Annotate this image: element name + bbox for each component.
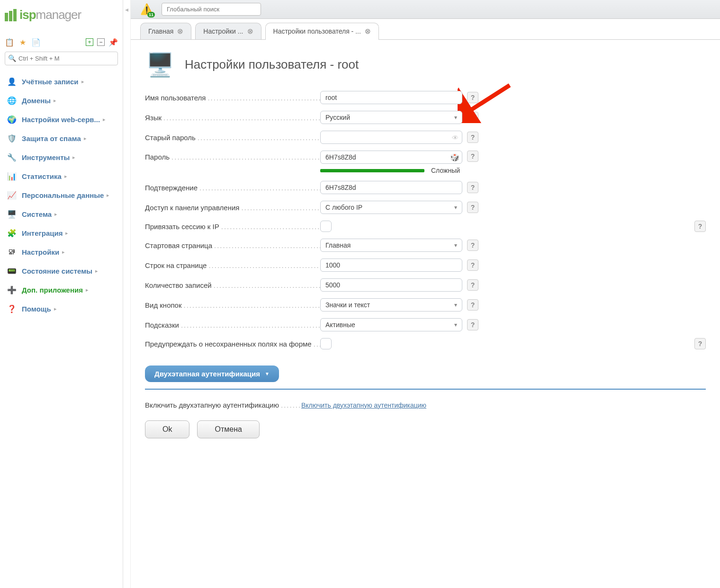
pin-icon[interactable]: 📌 bbox=[108, 37, 118, 47]
label-warn-unsaved: Предупреждать о несохраненных полях на ф… bbox=[145, 340, 320, 348]
input-confirm[interactable] bbox=[320, 181, 462, 194]
sidebar-search: 🔍 bbox=[5, 52, 118, 65]
alert-badge: 11 bbox=[147, 12, 155, 18]
help-button[interactable]: ? bbox=[467, 202, 478, 213]
content: 🖥️ Настройки пользователя - root Имя пол… bbox=[131, 40, 720, 588]
input-username[interactable] bbox=[320, 91, 462, 104]
label-enable-2fa: Включить двухэтапную аутентификацию bbox=[145, 401, 301, 409]
chevron-right-icon: ▸ bbox=[62, 249, 65, 255]
nav-label: Состояние системы bbox=[22, 267, 92, 275]
sidebar-item-8[interactable]: 🧩Интеграция▸ bbox=[5, 223, 118, 242]
close-icon[interactable]: ⊗ bbox=[365, 27, 371, 36]
sidebar-item-2[interactable]: 🌍Настройки web-серв...▸ bbox=[5, 110, 118, 129]
help-button[interactable]: ? bbox=[467, 151, 478, 162]
nav-label: Домены bbox=[22, 97, 51, 105]
label-bind-session: Привязать сессию к IP bbox=[145, 223, 320, 231]
help-button[interactable]: ? bbox=[467, 259, 478, 271]
plus-icon[interactable]: + bbox=[86, 38, 93, 46]
help-button[interactable]: ? bbox=[467, 182, 478, 193]
tab-2[interactable]: Настройки пользователя - ...⊗ bbox=[265, 23, 379, 40]
nav-label: Учётные записи bbox=[22, 78, 79, 86]
logo-bars-icon bbox=[5, 9, 17, 21]
help-button[interactable]: ? bbox=[467, 92, 478, 103]
label-tooltips: Подсказки bbox=[145, 321, 320, 329]
label-confirm: Подтверждение bbox=[145, 184, 320, 192]
help-button[interactable]: ? bbox=[694, 338, 706, 349]
chevron-right-icon: ▸ bbox=[84, 135, 87, 142]
nav-label: Интеграция bbox=[22, 229, 63, 237]
link-enable-2fa[interactable]: Включить двухэтапную аутентификацию bbox=[301, 401, 426, 409]
help-button[interactable]: ? bbox=[467, 240, 478, 251]
tabs: Главная⊗Настройки ...⊗Настройки пользова… bbox=[131, 19, 720, 40]
chevron-left-icon: ◂ bbox=[125, 6, 128, 13]
input-old-password[interactable] bbox=[320, 131, 462, 144]
select-tooltips[interactable]: Активные▾ bbox=[320, 318, 462, 331]
help-button[interactable]: ? bbox=[467, 279, 478, 291]
ok-button[interactable]: Ok bbox=[145, 420, 189, 438]
clipboard-icon[interactable]: 📄 bbox=[31, 37, 41, 47]
checkbox-warn-unsaved[interactable] bbox=[320, 338, 332, 349]
help-button[interactable]: ? bbox=[467, 112, 478, 123]
nav-label: Настройки bbox=[22, 248, 59, 256]
sidebar-item-10[interactable]: 📟Состояние системы▸ bbox=[5, 261, 118, 280]
collapse-handle[interactable]: ◂ bbox=[123, 0, 131, 588]
nav-label: Инструменты bbox=[22, 153, 70, 161]
sidebar-toolbar: 📋 ★ 📄 + − 📌 bbox=[5, 36, 118, 52]
chevron-right-icon: ▸ bbox=[86, 287, 89, 293]
sidebar-item-3[interactable]: 🛡️Защита от спама▸ bbox=[5, 129, 118, 148]
sidebar-item-7[interactable]: 🖥️Система▸ bbox=[5, 205, 118, 223]
label-language: Язык bbox=[145, 114, 320, 122]
select-start-page[interactable]: Главная▾ bbox=[320, 239, 462, 252]
close-icon[interactable]: ⊗ bbox=[177, 27, 183, 36]
help-button[interactable]: ? bbox=[694, 221, 706, 232]
star-icon[interactable]: ★ bbox=[18, 37, 27, 47]
sidebar-item-4[interactable]: 🔧Инструменты▸ bbox=[5, 148, 118, 167]
chevron-down-icon: ▼ bbox=[265, 371, 270, 376]
tab-1[interactable]: Настройки ...⊗ bbox=[195, 23, 261, 39]
section-divider bbox=[145, 389, 706, 390]
help-button[interactable]: ? bbox=[467, 319, 478, 330]
global-search-input[interactable] bbox=[162, 3, 261, 16]
nav-icon: 🧩 bbox=[7, 228, 17, 238]
sidebar-item-5[interactable]: 📊Статистика▸ bbox=[5, 167, 118, 186]
select-language[interactable]: Русский▾ bbox=[320, 111, 462, 124]
cancel-button[interactable]: Отмена bbox=[197, 420, 259, 438]
chevron-right-icon: ▸ bbox=[54, 98, 56, 104]
checkbox-bind-session[interactable] bbox=[320, 221, 332, 232]
nav-label: Система bbox=[22, 210, 52, 218]
dice-icon[interactable]: 🎲 bbox=[450, 153, 459, 162]
sidebar-item-6[interactable]: 📈Персональные данные▸ bbox=[5, 186, 118, 205]
select-panel-access[interactable]: С любого IP▾ bbox=[320, 201, 462, 214]
sidebar-item-11[interactable]: ➕Доп. приложения▸ bbox=[5, 280, 118, 299]
help-button[interactable]: ? bbox=[467, 299, 478, 311]
input-records-count[interactable] bbox=[320, 278, 462, 292]
help-button[interactable]: ? bbox=[467, 132, 478, 143]
chevron-down-icon: ▾ bbox=[454, 302, 457, 308]
nav-label: Персональные данные bbox=[22, 191, 104, 199]
sidebar-item-12[interactable]: ❓Помощь▸ bbox=[5, 299, 118, 318]
section-2fa-toggle[interactable]: Двухэтапная аутентификация▼ bbox=[145, 365, 279, 382]
nav-label: Доп. приложения bbox=[22, 286, 83, 294]
select-buttons-view[interactable]: Значки и текст▾ bbox=[320, 298, 462, 312]
logo: ispmanager bbox=[5, 5, 118, 30]
eye-icon[interactable]: 👁 bbox=[452, 134, 459, 142]
nav-icon: 🛡️ bbox=[7, 133, 17, 143]
tab-0[interactable]: Главная⊗ bbox=[140, 23, 191, 39]
input-password[interactable] bbox=[320, 151, 462, 164]
sidebar-item-9[interactable]: 🖳Настройки▸ bbox=[5, 242, 118, 261]
alert-icon[interactable]: ⚠️11 bbox=[140, 3, 153, 16]
close-icon[interactable]: ⊗ bbox=[247, 27, 253, 36]
sidebar-item-0[interactable]: 👤Учётные записи▸ bbox=[5, 72, 118, 91]
label-records-count: Количество записей bbox=[145, 281, 320, 289]
list-icon[interactable]: 📋 bbox=[5, 37, 14, 47]
minus-icon[interactable]: − bbox=[97, 38, 105, 46]
nav-icon: ❓ bbox=[7, 303, 17, 314]
sidebar: ispmanager 📋 ★ 📄 + − 📌 🔍 👤Учётные записи… bbox=[0, 0, 123, 588]
input-rows-per-page[interactable] bbox=[320, 258, 462, 272]
sidebar-search-input[interactable] bbox=[5, 52, 118, 65]
label-buttons-view: Вид кнопок bbox=[145, 301, 320, 309]
chevron-right-icon: ▸ bbox=[81, 79, 84, 85]
sidebar-item-1[interactable]: 🌐Домены▸ bbox=[5, 91, 118, 110]
chevron-down-icon: ▾ bbox=[454, 114, 457, 121]
chevron-right-icon: ▸ bbox=[65, 230, 68, 236]
